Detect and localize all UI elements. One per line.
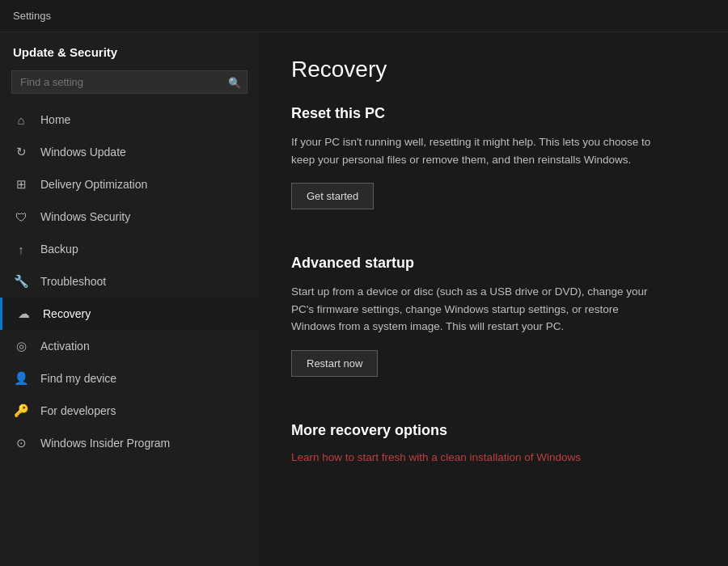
sidebar-label-delivery-optimization: Delivery Optimization: [40, 178, 147, 191]
sidebar-label-windows-update: Windows Update: [40, 146, 126, 158]
advanced-startup-title: Advanced startup: [291, 255, 696, 272]
windows-update-icon: ↻: [13, 144, 29, 160]
windows-security-icon: 🛡: [13, 209, 29, 225]
delivery-optimization-icon: ⊞: [13, 176, 29, 192]
clean-install-link[interactable]: Learn how to start fresh with a clean in…: [291, 451, 581, 463]
more-recovery-title: More recovery options: [291, 422, 696, 439]
main-container: Update & Security 🔍 ⌂Home↻Windows Update…: [0, 32, 728, 566]
search-container: 🔍: [0, 65, 259, 103]
sidebar-section-title: Update & Security: [0, 32, 259, 65]
advanced-startup-description: Start up from a device or disc (such as …: [291, 283, 663, 336]
sidebar-item-recovery[interactable]: ☁Recovery: [0, 298, 259, 330]
content-area: Recovery Reset this PC If your PC isn't …: [259, 32, 728, 566]
reset-pc-section: Reset this PC If your PC isn't running w…: [291, 105, 696, 235]
sidebar-item-activation[interactable]: ◎Activation: [0, 330, 259, 362]
sidebar-label-windows-insider: Windows Insider Program: [40, 437, 170, 450]
page-title: Recovery: [291, 57, 696, 82]
recovery-icon: ☁: [15, 306, 32, 322]
find-my-device-icon: 👤: [13, 370, 29, 386]
more-recovery-section: More recovery options Learn how to start…: [291, 422, 696, 463]
sidebar-item-windows-update[interactable]: ↻Windows Update: [0, 136, 259, 168]
windows-insider-icon: ⊙: [13, 435, 29, 451]
sidebar-label-backup: Backup: [40, 243, 78, 256]
sidebar-item-home[interactable]: ⌂Home: [0, 103, 259, 136]
search-input[interactable]: [11, 70, 248, 94]
search-wrapper: 🔍: [11, 70, 248, 94]
sidebar-label-troubleshoot: Troubleshoot: [40, 275, 106, 288]
sidebar-item-windows-security[interactable]: 🛡Windows Security: [0, 201, 259, 233]
app-title: Settings: [13, 10, 51, 22]
sidebar-nav: ⌂Home↻Windows Update⊞Delivery Optimizati…: [0, 103, 259, 459]
sidebar-item-find-my-device[interactable]: 👤Find my device: [0, 362, 259, 395]
sidebar-item-for-developers[interactable]: 🔑For developers: [0, 395, 259, 427]
restart-now-button[interactable]: Restart now: [291, 350, 378, 377]
reset-pc-title: Reset this PC: [291, 105, 696, 122]
sidebar-item-delivery-optimization[interactable]: ⊞Delivery Optimization: [0, 168, 259, 201]
sidebar: Update & Security 🔍 ⌂Home↻Windows Update…: [0, 32, 259, 566]
troubleshoot-icon: 🔧: [13, 273, 29, 289]
get-started-button[interactable]: Get started: [291, 183, 374, 209]
title-bar: Settings: [0, 0, 728, 32]
sidebar-label-recovery: Recovery: [43, 307, 91, 320]
sidebar-label-activation: Activation: [40, 340, 90, 353]
home-icon: ⌂: [13, 112, 29, 128]
sidebar-label-find-my-device: Find my device: [40, 372, 116, 385]
sidebar-item-windows-insider[interactable]: ⊙Windows Insider Program: [0, 427, 259, 459]
reset-pc-description: If your PC isn't running well, resetting…: [291, 133, 663, 168]
sidebar-item-troubleshoot[interactable]: 🔧Troubleshoot: [0, 265, 259, 298]
backup-icon: ↑: [13, 241, 29, 257]
activation-icon: ◎: [13, 338, 29, 354]
sidebar-label-for-developers: For developers: [40, 404, 116, 417]
sidebar-item-backup[interactable]: ↑Backup: [0, 233, 259, 265]
for-developers-icon: 🔑: [13, 403, 29, 419]
sidebar-label-windows-security: Windows Security: [40, 210, 130, 223]
sidebar-label-home: Home: [40, 113, 70, 126]
advanced-startup-section: Advanced startup Start up from a device …: [291, 255, 696, 403]
